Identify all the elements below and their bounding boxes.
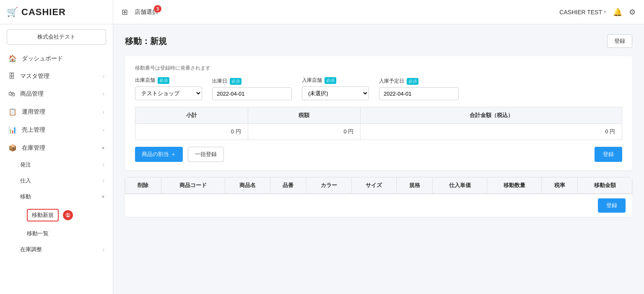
data-card: 削除 商品コード 商品名 品番 カラー サイズ 規格 仕入単価 移動数量 税率 … xyxy=(125,177,632,217)
back-button[interactable]: 登録 xyxy=(607,34,632,48)
chevron-down-icon xyxy=(102,194,104,200)
sidebar-item-label: 移動 xyxy=(20,193,31,200)
source-store-label: 出庫店舗 必須 xyxy=(135,77,202,84)
bag-icon: 🛍 xyxy=(8,90,15,98)
tax-header: 税額 xyxy=(248,107,361,124)
chevron-right-icon xyxy=(103,91,104,97)
total-value: 0 円 xyxy=(361,124,622,140)
chevron-right-icon xyxy=(103,73,104,79)
sidebar-item-label: 在庫調整 xyxy=(20,246,42,253)
required-badge: 必須 xyxy=(230,78,242,85)
col-product-name: 商品名 xyxy=(225,177,270,194)
bulk-button[interactable]: 一括登録 xyxy=(188,147,224,162)
company-button[interactable]: 株式会社テスト xyxy=(7,29,106,44)
sidebar-item-label: 運用管理 xyxy=(22,108,45,116)
form-card: 移動番号は登録時に発番されます 出庫店舗 必須 テストショップ 出庫日 xyxy=(125,56,632,170)
sidebar-item-order[interactable]: 発注 xyxy=(0,157,113,173)
box-icon: 📦 xyxy=(8,144,17,152)
col-purchase-price: 仕入単価 xyxy=(433,177,487,194)
col-spec: 規格 xyxy=(397,177,433,194)
store-select-button[interactable]: 店舗選択 3 xyxy=(135,8,158,16)
source-store-select[interactable]: テストショップ xyxy=(135,86,202,100)
chevron-down-icon: ▾ xyxy=(604,9,606,15)
col-size: サイズ xyxy=(351,177,397,194)
col-tax-rate: 税率 xyxy=(542,177,578,194)
ship-date-input[interactable] xyxy=(212,87,292,100)
logo-text: CASHIER xyxy=(21,7,66,18)
header-right: CASHIER TEST ▾ 🔔 ⚙ xyxy=(559,8,636,17)
col-transfer-amount: 移動金額 xyxy=(578,177,632,194)
dest-store-group: 入庫店舗 必須 (未選択) xyxy=(302,77,369,100)
sidebar-item-dashboard[interactable]: 🏠 ダッシュボード xyxy=(0,49,113,68)
chevron-right-icon xyxy=(103,109,104,115)
sidebar-item-product[interactable]: 🛍 商品管理 xyxy=(0,85,113,103)
sidebar-item-label: ダッシュボード xyxy=(22,55,63,62)
sidebar-item-transfer-new[interactable]: 移動新規 ① xyxy=(0,205,113,226)
chevron-right-icon xyxy=(103,178,104,184)
chevron-right-icon xyxy=(103,247,104,252)
hint-text: 移動番号は登録時に発番されます xyxy=(135,65,622,72)
col-product-number: 品番 xyxy=(270,177,306,194)
sidebar-item-operation[interactable]: 📋 運用管理 xyxy=(0,103,113,121)
database-icon: 🗄 xyxy=(8,73,15,80)
col-color: カラー xyxy=(306,177,351,194)
sidebar-item-transfer-list[interactable]: 移動一覧 xyxy=(0,226,113,242)
sidebar-item-label: 商品管理 xyxy=(20,90,44,98)
sidebar-item-label: 在庫管理 xyxy=(22,144,45,152)
sidebar-item-label: 仕入 xyxy=(20,177,31,185)
sidebar-nav: 🏠 ダッシュボード 🗄 マスタ管理 🛍 商品管理 📋 運用管理 📊 売上管理 📦… xyxy=(0,49,113,258)
sidebar-item-stock-adjust[interactable]: 在庫調整 xyxy=(0,242,113,258)
source-store-group: 出庫店舗 必須 テストショップ xyxy=(135,77,202,100)
action-row: 商品の割当 ＋ 一括登録 登録 xyxy=(135,147,622,162)
required-badge: 必須 xyxy=(158,77,169,84)
dest-store-label: 入庫店舗 必須 xyxy=(302,77,369,84)
main-area: ⊞ 店舗選択 3 CASHIER TEST ▾ 🔔 ⚙ 移動：新規 登録 移動番… xyxy=(113,0,644,294)
sidebar-item-purchase[interactable]: 仕入 xyxy=(0,173,113,189)
dest-store-select[interactable]: (未選択) xyxy=(302,86,369,100)
register-row: 登録 xyxy=(125,194,632,217)
bell-icon[interactable]: 🔔 xyxy=(613,8,622,17)
col-transfer-qty: 移動数量 xyxy=(487,177,542,194)
sidebar-item-inventory[interactable]: 📦 在庫管理 xyxy=(0,139,113,157)
page-content: 移動：新規 登録 移動番号は登録時に発番されます 出庫店舗 必須 テストショップ xyxy=(113,24,644,294)
required-badge: 必須 xyxy=(407,78,418,85)
grid-icon[interactable]: ⊞ xyxy=(122,8,128,17)
page-header: 移動：新規 登録 xyxy=(125,34,632,48)
cart-icon: 🛒 xyxy=(7,7,18,18)
col-product-code: 商品コード xyxy=(161,177,225,194)
header-user-label: CASHIER TEST ▾ xyxy=(559,9,606,16)
ship-date-group: 出庫日 必須 xyxy=(212,78,292,100)
sidebar-item-label: マスタ管理 xyxy=(20,73,49,80)
required-badge: 必須 xyxy=(325,77,336,84)
sidebar-item-label: 売上管理 xyxy=(22,126,45,134)
arrival-date-input[interactable] xyxy=(379,87,459,100)
store-badge: 3 xyxy=(154,5,161,13)
form-row: 出庫店舗 必須 テストショップ 出庫日 必須 xyxy=(135,77,622,100)
register-button-top[interactable]: 登録 xyxy=(595,147,622,162)
subtotal-value: 0 円 xyxy=(135,124,248,140)
sidebar-item-master[interactable]: 🗄 マスタ管理 xyxy=(0,68,113,85)
chevron-right-icon xyxy=(103,162,104,168)
data-table: 削除 商品コード 商品名 品番 カラー サイズ 規格 仕入単価 移動数量 税率 … xyxy=(125,177,632,194)
tax-value: 0 円 xyxy=(248,124,361,140)
header: ⊞ 店舗選択 3 CASHIER TEST ▾ 🔔 ⚙ xyxy=(113,0,644,24)
chart-icon: 📊 xyxy=(8,126,17,134)
sidebar-item-label: 移動一覧 xyxy=(27,230,49,237)
total-header: 合計金額（税込） xyxy=(361,107,622,124)
arrival-date-group: 入庫予定日 必須 xyxy=(379,78,459,100)
chevron-down-icon xyxy=(102,145,104,151)
gear-icon[interactable]: ⚙ xyxy=(629,8,636,17)
sidebar-item-label: 発注 xyxy=(20,161,31,169)
arrival-date-label: 入庫予定日 必須 xyxy=(379,78,459,85)
assign-button[interactable]: 商品の割当 ＋ xyxy=(135,147,183,162)
chevron-right-icon xyxy=(103,127,104,133)
sidebar: 🛒 CASHIER 株式会社テスト 🏠 ダッシュボード 🗄 マスタ管理 🛍 商品… xyxy=(0,0,113,294)
step-badge: ① xyxy=(63,210,73,220)
ship-date-label: 出庫日 必須 xyxy=(212,78,292,85)
page-title: 移動：新規 xyxy=(125,36,167,47)
col-delete: 削除 xyxy=(125,177,161,194)
home-icon: 🏠 xyxy=(8,55,17,62)
sidebar-item-sales[interactable]: 📊 売上管理 xyxy=(0,121,113,139)
sidebar-item-transfer[interactable]: 移動 xyxy=(0,189,113,205)
register-button-bottom[interactable]: 登録 xyxy=(598,198,626,213)
